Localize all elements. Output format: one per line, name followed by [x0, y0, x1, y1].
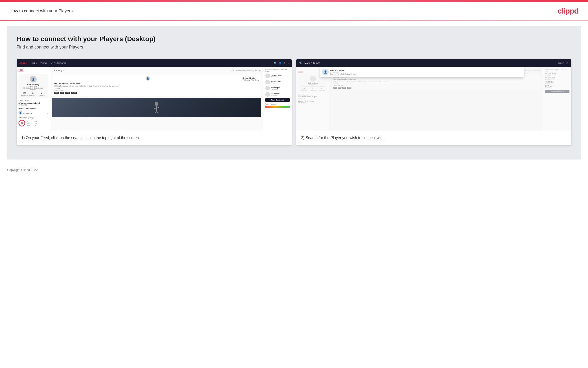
- player-avatar-0: [265, 74, 270, 78]
- pp-player-avatar: 👤: [18, 111, 22, 115]
- activity-user-row: 👤 Richard Butler Yesterday · The Grove: [54, 76, 259, 82]
- profile-name: Blair McHarg: [20, 83, 46, 86]
- activity-user-sub: Yesterday · The Grove: [242, 79, 259, 81]
- search-icon[interactable]: 🔍: [274, 62, 277, 64]
- svg-line-3: [155, 111, 157, 114]
- stat-following-num: 4: [38, 92, 45, 94]
- main-subtitle: Find and connect with your Players: [17, 45, 571, 50]
- search-result-item[interactable]: 👤 Marcus Turner 1.5 Handicap Cypress Poi…: [322, 69, 522, 75]
- heatmap-bar: [265, 106, 290, 108]
- score-row: 84 OTT 79 APP: [18, 120, 48, 127]
- activity-tags: OTT APP ARG PUTT: [54, 92, 259, 94]
- search-input[interactable]: Marcus Turner: [304, 62, 556, 64]
- stat-following: 4 Following: [38, 92, 45, 96]
- search-result-avatar: 👤: [322, 69, 329, 75]
- player-acts-3: Activities: 1: [271, 95, 290, 96]
- app-logo-small-1: clippd: [19, 62, 27, 64]
- pp-player-row: 👤 Eli Vincent ▾: [18, 111, 48, 116]
- stat-activities: 129 Activities: [21, 92, 28, 96]
- player-acts-0: Activities: 7: [271, 76, 290, 77]
- nav-teams[interactable]: Teams: [40, 61, 47, 65]
- stat-activities-label: Activities: [21, 94, 28, 96]
- app-screenshot-2: 🔍 Marcus Turner CLEAR ✕ 👤 Marcus Turner …: [296, 59, 571, 130]
- main-content: How to connect with your Players (Deskto…: [7, 26, 581, 159]
- activity-title: Pre Tournament Course Walk: [54, 83, 259, 85]
- search-results-dropdown: 👤 Marcus Turner 1.5 Handicap Cypress Poi…: [320, 67, 524, 77]
- header-divider: [0, 20, 588, 21]
- caption-text-1: 1) On your Feed, click on the search ico…: [21, 135, 287, 140]
- score-circle: 84: [18, 120, 25, 127]
- player-avatar-1: [265, 80, 270, 84]
- player-performance-section: Player Performance 👤 Eli Vincent ▾ Total…: [18, 108, 48, 127]
- player-name-1: Piers Parnell: [271, 81, 290, 82]
- player-avatar-3: [265, 92, 270, 97]
- following-row: Following ▾ Control who can see your act…: [52, 69, 261, 72]
- golf-photo: [52, 98, 261, 117]
- activity-card: 👤 Richard Butler Yesterday · The Grove P…: [52, 74, 261, 96]
- latest-activity: Latest Activity Afternoon round of golf …: [18, 100, 48, 106]
- control-link[interactable]: Control who can see your activity and da…: [230, 70, 261, 71]
- screenshot-panel-2: 🔍 Marcus Turner CLEAR ✕ 👤 Marcus Turner …: [296, 59, 571, 145]
- caption-text-2: 2) Search for the Player you wish to con…: [301, 135, 567, 140]
- player-list-item-1: Piers Parnell Activities: 4: [265, 80, 290, 84]
- player-name-0: Richard Butler: [271, 74, 290, 76]
- main-title: How to connect with your Players (Deskto…: [17, 35, 571, 43]
- duration-value: 02 hr : 00 min: [54, 89, 64, 91]
- nav-home[interactable]: Home: [31, 61, 36, 65]
- header: How to connect with your Players clippd: [0, 2, 588, 20]
- svg-point-0: [155, 102, 158, 106]
- search-bar-overlay: 🔍 Marcus Turner CLEAR ✕: [296, 59, 571, 67]
- svg-line-4: [157, 111, 158, 114]
- profile-role: Golf Coach: [20, 86, 46, 87]
- app-left-panel: Feed 👤 Blair McHarg Golf Coach Mill Ride…: [17, 67, 50, 130]
- search-result-club: Cypress Point Club, United Kingdom: [330, 73, 357, 75]
- top-accent-bar: [0, 0, 588, 2]
- la-title: Latest Activity: [18, 100, 48, 101]
- app-nav-1: clippd Home Teams My Performance 🔍 👤 ⚙ ○: [17, 59, 292, 67]
- player-avatar-2: [265, 86, 270, 91]
- app-right-panel: Most Active Players - Last 30 days Richa…: [263, 67, 292, 130]
- user-icon[interactable]: 👤: [279, 62, 281, 64]
- tag-ott: OTT: [54, 92, 59, 94]
- nav-my-performance[interactable]: My Performance: [51, 61, 66, 65]
- logo: clippd: [558, 7, 579, 15]
- search-result-info: Marcus Turner 1.5 Handicap Cypress Point…: [330, 69, 357, 75]
- screenshots-row: clippd Home Teams My Performance 🔍 👤 ⚙ ○: [17, 59, 571, 145]
- bar-ott: OTT 79: [26, 121, 36, 122]
- tag-arg: ARG: [65, 92, 70, 94]
- search-close-button[interactable]: ✕: [566, 61, 569, 65]
- search-clear-button[interactable]: CLEAR: [558, 62, 564, 64]
- activity-user-avatar: 👤: [146, 76, 150, 81]
- info-icon: ⓘ: [33, 117, 35, 119]
- bar-app: APP 70: [26, 123, 36, 124]
- caption-area-1: 1) On your Feed, click on the search ico…: [17, 130, 292, 145]
- player-list-item-2: Hiral Pujara Activities: 3: [265, 86, 290, 91]
- profile-card: 👤 Blair McHarg Golf Coach Mill Ride Golf…: [18, 74, 48, 98]
- team-dashboard-button[interactable]: Team Dashboard: [265, 98, 290, 102]
- feed-tab[interactable]: Feed: [18, 69, 24, 72]
- stat-followers: 3 Followers: [29, 92, 36, 96]
- search-result-handicap: 1.5 Handicap: [330, 72, 357, 73]
- following-button[interactable]: Following ▾: [52, 69, 66, 72]
- settings-icon[interactable]: ⚙: [283, 62, 285, 64]
- golf-image: [149, 100, 164, 115]
- avatar-icon[interactable]: ○: [287, 62, 289, 64]
- pp-dropdown-icon[interactable]: ▾: [47, 112, 48, 114]
- player-acts-2: Activities: 3: [271, 88, 290, 90]
- app-body-1: Feed 👤 Blair McHarg Golf Coach Mill Ride…: [17, 67, 292, 130]
- player-acts-1: Activities: 4: [271, 82, 290, 84]
- screenshot-panel-1: clippd Home Teams My Performance 🔍 👤 ⚙ ○: [17, 59, 292, 145]
- activity-user-name: Richard Butler: [242, 77, 259, 79]
- copyright: Copyright Clippd 2022: [7, 168, 38, 172]
- la-name: Afternoon round of golf: [18, 102, 48, 104]
- chevron-down-icon: ▾: [63, 69, 64, 72]
- search-result-name: Marcus Turner: [330, 69, 357, 72]
- stat-following-label: Following: [38, 94, 45, 96]
- activity-duration: Duration 02 hr : 00 min: [54, 88, 259, 91]
- app-screenshot-1: clippd Home Teams My Performance 🔍 👤 ⚙ ○: [17, 59, 292, 130]
- nav-icons: 🔍 👤 ⚙ ○: [274, 62, 289, 64]
- page-title: How to connect with your Players: [9, 9, 73, 14]
- pp-player-name: Eli Vincent: [23, 112, 46, 114]
- player-info-0: Richard Butler Activities: 7: [271, 74, 290, 77]
- search-bar-icon: 🔍: [299, 62, 303, 65]
